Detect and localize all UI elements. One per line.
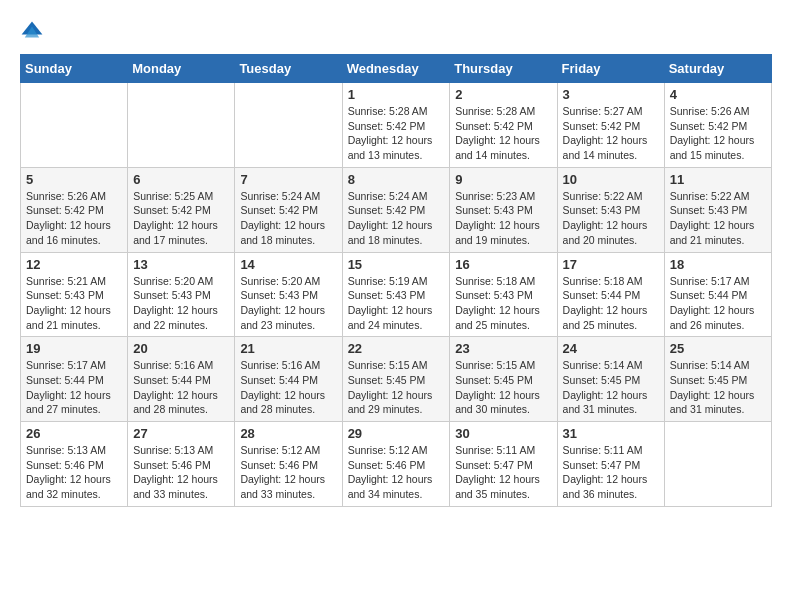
- day-header-wednesday: Wednesday: [342, 55, 450, 83]
- day-info: Sunrise: 5:20 AM Sunset: 5:43 PM Dayligh…: [240, 274, 336, 333]
- day-info: Sunrise: 5:16 AM Sunset: 5:44 PM Dayligh…: [133, 358, 229, 417]
- calendar-cell: 19Sunrise: 5:17 AM Sunset: 5:44 PM Dayli…: [21, 337, 128, 422]
- day-info: Sunrise: 5:25 AM Sunset: 5:42 PM Dayligh…: [133, 189, 229, 248]
- day-info: Sunrise: 5:28 AM Sunset: 5:42 PM Dayligh…: [455, 104, 551, 163]
- day-number: 15: [348, 257, 445, 272]
- day-info: Sunrise: 5:13 AM Sunset: 5:46 PM Dayligh…: [26, 443, 122, 502]
- day-number: 22: [348, 341, 445, 356]
- calendar-cell: [664, 422, 771, 507]
- calendar-cell: 12Sunrise: 5:21 AM Sunset: 5:43 PM Dayli…: [21, 252, 128, 337]
- calendar-cell: 22Sunrise: 5:15 AM Sunset: 5:45 PM Dayli…: [342, 337, 450, 422]
- day-info: Sunrise: 5:23 AM Sunset: 5:43 PM Dayligh…: [455, 189, 551, 248]
- calendar-cell: 14Sunrise: 5:20 AM Sunset: 5:43 PM Dayli…: [235, 252, 342, 337]
- calendar-week-row: 1Sunrise: 5:28 AM Sunset: 5:42 PM Daylig…: [21, 83, 772, 168]
- calendar-week-row: 12Sunrise: 5:21 AM Sunset: 5:43 PM Dayli…: [21, 252, 772, 337]
- day-header-thursday: Thursday: [450, 55, 557, 83]
- day-info: Sunrise: 5:16 AM Sunset: 5:44 PM Dayligh…: [240, 358, 336, 417]
- calendar-cell: 2Sunrise: 5:28 AM Sunset: 5:42 PM Daylig…: [450, 83, 557, 168]
- day-number: 4: [670, 87, 766, 102]
- calendar-cell: 24Sunrise: 5:14 AM Sunset: 5:45 PM Dayli…: [557, 337, 664, 422]
- calendar-cell: [21, 83, 128, 168]
- day-header-friday: Friday: [557, 55, 664, 83]
- logo: [20, 20, 46, 44]
- calendar-week-row: 19Sunrise: 5:17 AM Sunset: 5:44 PM Dayli…: [21, 337, 772, 422]
- day-info: Sunrise: 5:21 AM Sunset: 5:43 PM Dayligh…: [26, 274, 122, 333]
- calendar-cell: 6Sunrise: 5:25 AM Sunset: 5:42 PM Daylig…: [128, 167, 235, 252]
- day-number: 12: [26, 257, 122, 272]
- day-info: Sunrise: 5:26 AM Sunset: 5:42 PM Dayligh…: [26, 189, 122, 248]
- day-info: Sunrise: 5:22 AM Sunset: 5:43 PM Dayligh…: [563, 189, 659, 248]
- day-number: 6: [133, 172, 229, 187]
- calendar-cell: 26Sunrise: 5:13 AM Sunset: 5:46 PM Dayli…: [21, 422, 128, 507]
- day-number: 18: [670, 257, 766, 272]
- day-header-sunday: Sunday: [21, 55, 128, 83]
- calendar-cell: 10Sunrise: 5:22 AM Sunset: 5:43 PM Dayli…: [557, 167, 664, 252]
- day-info: Sunrise: 5:18 AM Sunset: 5:44 PM Dayligh…: [563, 274, 659, 333]
- day-info: Sunrise: 5:14 AM Sunset: 5:45 PM Dayligh…: [670, 358, 766, 417]
- day-number: 1: [348, 87, 445, 102]
- calendar-cell: 18Sunrise: 5:17 AM Sunset: 5:44 PM Dayli…: [664, 252, 771, 337]
- logo-icon: [20, 20, 44, 44]
- calendar-cell: 15Sunrise: 5:19 AM Sunset: 5:43 PM Dayli…: [342, 252, 450, 337]
- day-header-tuesday: Tuesday: [235, 55, 342, 83]
- day-info: Sunrise: 5:14 AM Sunset: 5:45 PM Dayligh…: [563, 358, 659, 417]
- calendar-cell: 31Sunrise: 5:11 AM Sunset: 5:47 PM Dayli…: [557, 422, 664, 507]
- calendar-cell: 17Sunrise: 5:18 AM Sunset: 5:44 PM Dayli…: [557, 252, 664, 337]
- calendar-cell: 8Sunrise: 5:24 AM Sunset: 5:42 PM Daylig…: [342, 167, 450, 252]
- day-number: 2: [455, 87, 551, 102]
- day-number: 27: [133, 426, 229, 441]
- day-info: Sunrise: 5:17 AM Sunset: 5:44 PM Dayligh…: [670, 274, 766, 333]
- day-number: 24: [563, 341, 659, 356]
- day-header-saturday: Saturday: [664, 55, 771, 83]
- day-info: Sunrise: 5:11 AM Sunset: 5:47 PM Dayligh…: [563, 443, 659, 502]
- day-number: 16: [455, 257, 551, 272]
- day-number: 19: [26, 341, 122, 356]
- day-info: Sunrise: 5:28 AM Sunset: 5:42 PM Dayligh…: [348, 104, 445, 163]
- day-info: Sunrise: 5:27 AM Sunset: 5:42 PM Dayligh…: [563, 104, 659, 163]
- day-number: 20: [133, 341, 229, 356]
- day-number: 8: [348, 172, 445, 187]
- calendar-header-row: SundayMondayTuesdayWednesdayThursdayFrid…: [21, 55, 772, 83]
- calendar-cell: 3Sunrise: 5:27 AM Sunset: 5:42 PM Daylig…: [557, 83, 664, 168]
- day-info: Sunrise: 5:11 AM Sunset: 5:47 PM Dayligh…: [455, 443, 551, 502]
- day-info: Sunrise: 5:22 AM Sunset: 5:43 PM Dayligh…: [670, 189, 766, 248]
- day-number: 26: [26, 426, 122, 441]
- calendar-cell: 20Sunrise: 5:16 AM Sunset: 5:44 PM Dayli…: [128, 337, 235, 422]
- day-number: 31: [563, 426, 659, 441]
- day-info: Sunrise: 5:19 AM Sunset: 5:43 PM Dayligh…: [348, 274, 445, 333]
- day-number: 23: [455, 341, 551, 356]
- day-number: 13: [133, 257, 229, 272]
- calendar-cell: 21Sunrise: 5:16 AM Sunset: 5:44 PM Dayli…: [235, 337, 342, 422]
- calendar-cell: 29Sunrise: 5:12 AM Sunset: 5:46 PM Dayli…: [342, 422, 450, 507]
- day-info: Sunrise: 5:12 AM Sunset: 5:46 PM Dayligh…: [240, 443, 336, 502]
- calendar-cell: 4Sunrise: 5:26 AM Sunset: 5:42 PM Daylig…: [664, 83, 771, 168]
- day-info: Sunrise: 5:18 AM Sunset: 5:43 PM Dayligh…: [455, 274, 551, 333]
- calendar-cell: 5Sunrise: 5:26 AM Sunset: 5:42 PM Daylig…: [21, 167, 128, 252]
- calendar-cell: 23Sunrise: 5:15 AM Sunset: 5:45 PM Dayli…: [450, 337, 557, 422]
- day-number: 29: [348, 426, 445, 441]
- day-number: 10: [563, 172, 659, 187]
- day-number: 21: [240, 341, 336, 356]
- day-info: Sunrise: 5:12 AM Sunset: 5:46 PM Dayligh…: [348, 443, 445, 502]
- day-number: 17: [563, 257, 659, 272]
- day-info: Sunrise: 5:26 AM Sunset: 5:42 PM Dayligh…: [670, 104, 766, 163]
- day-info: Sunrise: 5:13 AM Sunset: 5:46 PM Dayligh…: [133, 443, 229, 502]
- day-number: 11: [670, 172, 766, 187]
- calendar-cell: 30Sunrise: 5:11 AM Sunset: 5:47 PM Dayli…: [450, 422, 557, 507]
- page-header: [20, 20, 772, 44]
- day-number: 7: [240, 172, 336, 187]
- day-number: 14: [240, 257, 336, 272]
- day-info: Sunrise: 5:20 AM Sunset: 5:43 PM Dayligh…: [133, 274, 229, 333]
- calendar-cell: 27Sunrise: 5:13 AM Sunset: 5:46 PM Dayli…: [128, 422, 235, 507]
- calendar-cell: 16Sunrise: 5:18 AM Sunset: 5:43 PM Dayli…: [450, 252, 557, 337]
- day-number: 28: [240, 426, 336, 441]
- calendar-week-row: 26Sunrise: 5:13 AM Sunset: 5:46 PM Dayli…: [21, 422, 772, 507]
- calendar-cell: [128, 83, 235, 168]
- day-number: 3: [563, 87, 659, 102]
- day-number: 5: [26, 172, 122, 187]
- day-info: Sunrise: 5:24 AM Sunset: 5:42 PM Dayligh…: [348, 189, 445, 248]
- calendar-cell: [235, 83, 342, 168]
- calendar-cell: 28Sunrise: 5:12 AM Sunset: 5:46 PM Dayli…: [235, 422, 342, 507]
- day-info: Sunrise: 5:24 AM Sunset: 5:42 PM Dayligh…: [240, 189, 336, 248]
- calendar-cell: 11Sunrise: 5:22 AM Sunset: 5:43 PM Dayli…: [664, 167, 771, 252]
